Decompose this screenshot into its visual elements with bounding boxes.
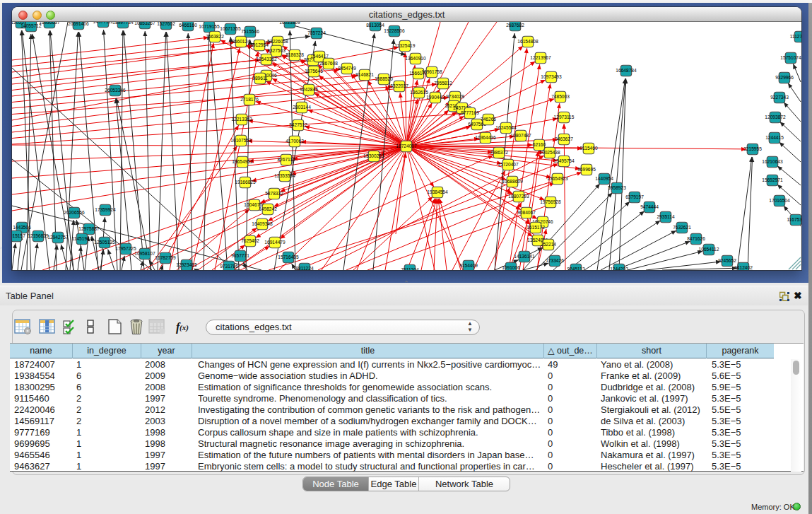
svg-text:8813054: 8813054 xyxy=(366,23,384,28)
svg-text:10807487: 10807487 xyxy=(510,133,531,138)
svg-text:7632621: 7632621 xyxy=(673,225,691,230)
svg-text:6379197: 6379197 xyxy=(625,194,644,199)
svg-text:10973493: 10973493 xyxy=(541,74,562,79)
svg-text:1091006: 1091006 xyxy=(502,265,520,270)
svg-text:10853267: 10853267 xyxy=(134,22,155,25)
svg-text:10654112: 10654112 xyxy=(699,247,719,252)
svg-text:62160: 62160 xyxy=(533,142,546,147)
svg-text:9084067: 9084067 xyxy=(517,210,536,215)
svg-text:2718176: 2718176 xyxy=(240,97,259,102)
svg-text:11127523: 11127523 xyxy=(790,34,801,39)
svg-text:10688609: 10688609 xyxy=(502,179,523,184)
svg-text:1498242: 1498242 xyxy=(259,206,277,211)
svg-text:10543362: 10543362 xyxy=(256,57,277,62)
svg-text:12923465: 12923465 xyxy=(176,262,197,267)
svg-text:9412402: 9412402 xyxy=(734,265,753,270)
svg-text:8660124: 8660124 xyxy=(232,39,250,44)
svg-text:16936637: 16936637 xyxy=(39,22,60,25)
svg-text:16409348: 16409348 xyxy=(252,221,273,226)
svg-text:4170062: 4170062 xyxy=(286,139,304,144)
svg-text:8454749: 8454749 xyxy=(338,66,356,71)
svg-text:15716485: 15716485 xyxy=(278,255,299,259)
svg-text:26053346: 26053346 xyxy=(105,88,126,93)
svg-text:12942757: 12942757 xyxy=(47,235,69,240)
svg-text:9329966: 9329966 xyxy=(775,75,794,80)
svg-text:17016504: 17016504 xyxy=(769,198,790,203)
svg-text:14136141: 14136141 xyxy=(514,254,535,259)
svg-text:9777169: 9777169 xyxy=(461,110,479,115)
svg-text:1615172: 1615172 xyxy=(526,225,545,230)
svg-text:16154808: 16154808 xyxy=(517,39,539,44)
svg-text:1244203: 1244203 xyxy=(610,267,628,270)
svg-text:10671355: 10671355 xyxy=(220,26,241,31)
svg-text:1875645: 1875645 xyxy=(305,69,323,74)
svg-text:19384554: 19384554 xyxy=(427,189,448,194)
svg-text:12093872: 12093872 xyxy=(765,115,786,119)
svg-text:7663822: 7663822 xyxy=(206,34,224,39)
svg-text:15300251: 15300251 xyxy=(363,153,384,158)
svg-text:20206556: 20206556 xyxy=(64,210,85,215)
svg-text:19654952: 19654952 xyxy=(232,159,253,164)
svg-text:8427512: 8427512 xyxy=(289,122,307,127)
svg-text:1362615: 1362615 xyxy=(410,90,428,95)
svg-text:19228506: 19228506 xyxy=(384,28,405,33)
svg-text:18807293: 18807293 xyxy=(508,194,529,199)
svg-text:7485003: 7485003 xyxy=(551,94,570,99)
svg-text:12213363: 12213363 xyxy=(231,117,252,122)
svg-text:2803144: 2803144 xyxy=(293,105,311,110)
svg-text:8471626: 8471626 xyxy=(687,236,705,241)
svg-text:746266: 746266 xyxy=(481,117,496,122)
svg-text:2867608: 2867608 xyxy=(319,61,338,66)
svg-text:8267110: 8267110 xyxy=(277,157,295,162)
svg-text:16033809: 16033809 xyxy=(279,22,300,25)
svg-text:19166825: 19166825 xyxy=(235,180,256,185)
svg-text:7611204: 7611204 xyxy=(401,267,419,270)
svg-text:10719155: 10719155 xyxy=(199,24,220,29)
svg-text:13654923: 13654923 xyxy=(547,176,568,181)
svg-text:9242845: 9242845 xyxy=(300,87,318,92)
svg-text:1990443: 1990443 xyxy=(426,95,445,100)
svg-text:16914479: 16914479 xyxy=(264,240,286,245)
svg-text:20691406: 20691406 xyxy=(68,22,89,26)
svg-text:16961758: 16961758 xyxy=(421,69,442,74)
svg-text:1443506: 1443506 xyxy=(13,225,31,230)
svg-text:18724007: 18724007 xyxy=(396,144,417,148)
svg-text:11325419: 11325419 xyxy=(395,43,416,48)
svg-text:9731786: 9731786 xyxy=(220,264,238,269)
svg-text:8322037: 8322037 xyxy=(390,83,408,88)
svg-text:10364436: 10364436 xyxy=(475,135,496,140)
svg-text:9699695: 9699695 xyxy=(577,167,596,172)
svg-text:12213967: 12213967 xyxy=(530,55,551,60)
svg-text:15720407: 15720407 xyxy=(498,162,519,167)
svg-text:9245113: 9245113 xyxy=(567,267,585,270)
svg-text:14977112: 14977112 xyxy=(93,22,114,24)
svg-text:7986372: 7986372 xyxy=(490,150,508,155)
svg-text:16245544: 16245544 xyxy=(495,125,517,130)
svg-text:9327503: 9327503 xyxy=(267,48,286,53)
svg-text:16782759: 16782759 xyxy=(155,255,176,260)
svg-text:989611: 989611 xyxy=(252,76,268,81)
svg-text:7857224: 7857224 xyxy=(307,30,326,35)
svg-text:15692971: 15692971 xyxy=(762,177,783,182)
svg-text:15495754: 15495754 xyxy=(553,158,575,163)
svg-text:2687682: 2687682 xyxy=(506,23,524,28)
svg-text:12975887: 12975887 xyxy=(78,226,100,231)
svg-text:18997734: 18997734 xyxy=(112,22,134,25)
svg-text:7955812: 7955812 xyxy=(434,81,452,86)
svg-text:9154409: 9154409 xyxy=(459,263,478,268)
svg-text:2935114: 2935114 xyxy=(657,214,675,219)
svg-text:5878332: 5878332 xyxy=(265,191,283,196)
svg-text:10107553: 10107553 xyxy=(230,138,252,143)
svg-text:9146821: 9146821 xyxy=(355,72,374,77)
svg-text:8811224: 8811224 xyxy=(295,266,314,270)
svg-text:53226058: 53226058 xyxy=(267,39,288,44)
svg-text:10958107: 10958107 xyxy=(134,251,155,256)
svg-text:12973115: 12973115 xyxy=(554,115,575,119)
svg-text:1244415: 1244415 xyxy=(765,135,784,140)
svg-text:1440954: 1440954 xyxy=(595,176,613,181)
svg-text:17957225: 17957225 xyxy=(115,246,136,251)
svg-text:12353594: 12353594 xyxy=(274,173,295,178)
svg-text:16648784: 16648784 xyxy=(616,68,637,73)
svg-text:19756928: 19756928 xyxy=(540,199,561,204)
svg-text:7625402: 7625402 xyxy=(241,238,259,243)
